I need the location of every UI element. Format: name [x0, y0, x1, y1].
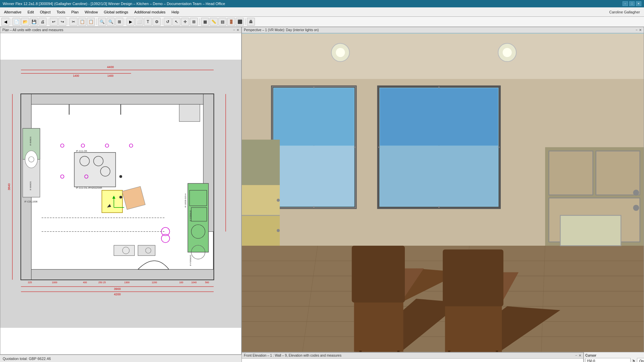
open-btn[interactable]: 📂 — [21, 18, 29, 26]
svg-point-43 — [119, 175, 122, 178]
rect-btn[interactable]: ⬜ — [135, 18, 143, 26]
menu-additional-modules[interactable]: Additional modules — [131, 9, 168, 15]
menu-tools[interactable]: Tools — [54, 9, 68, 15]
menu-edit[interactable]: Edit — [25, 9, 37, 15]
menu-window[interactable]: Window — [82, 9, 100, 15]
title-text: Winner Flex 12.2a1.8 [300094] (Gallagher… — [3, 2, 225, 6]
maximize-btn[interactable]: □ — [629, 1, 635, 6]
elevation-canvas[interactable]: 1540 2400 — [242, 359, 583, 362]
svg-rect-10 — [21, 269, 214, 280]
save-btn[interactable]: 💾 — [30, 18, 38, 26]
zoom-out-btn[interactable]: 🔍 — [107, 18, 115, 26]
rotate-btn[interactable]: ↺ — [164, 18, 172, 26]
svg-text:4400: 4400 — [107, 65, 114, 69]
svg-rect-90 — [380, 88, 498, 146]
svg-text:1400: 1400 — [107, 74, 114, 77]
svg-text:560: 560 — [205, 281, 209, 284]
titlebar: Winner Flex 12.2a1.8 [300094] (Gallagher… — [0, 0, 644, 7]
minimize-btn[interactable]: − — [623, 1, 628, 6]
crosshair-btn[interactable]: ✛ — [181, 18, 189, 26]
svg-text:100: 100 — [179, 281, 183, 284]
plan-close-icon[interactable]: ✕ — [236, 28, 239, 32]
menu-help[interactable]: Help — [169, 9, 182, 15]
svg-rect-91 — [380, 145, 498, 206]
plan-title-text: Plan – All units with codes and measures — [2, 28, 63, 32]
plan-minimize-icon[interactable]: − — [233, 28, 235, 32]
svg-text:225: 225 — [28, 281, 32, 284]
cursor-height-input[interactable] — [585, 358, 631, 362]
plan-panel: Plan – All units with codes and measures… — [0, 27, 241, 355]
svg-point-16 — [25, 151, 38, 168]
svg-text:3900: 3900 — [114, 287, 121, 291]
play-btn[interactable]: ▶ — [126, 18, 135, 26]
svg-rect-123 — [549, 151, 593, 195]
elevation-minimize-icon[interactable]: − — [575, 354, 577, 357]
perspective-canvas[interactable] — [242, 33, 644, 352]
sep5 — [125, 18, 125, 25]
menu-plan[interactable]: Plan — [68, 9, 81, 15]
svg-text:400: 400 — [83, 281, 87, 284]
zoom-fit-btn[interactable]: ⊞ — [115, 18, 123, 26]
back-btn[interactable]: ◀ — [1, 18, 9, 26]
svg-rect-86 — [274, 145, 354, 206]
undo-btn[interactable]: ↩ — [50, 18, 58, 26]
perspective-rendering — [242, 33, 644, 352]
perspective-panel: Perspective – 1 (VR Mode): Day (interior… — [241, 27, 644, 352]
menu-alternative[interactable]: Alternative — [1, 9, 24, 15]
sep7 — [199, 18, 200, 25]
plan-view: Plan – All units with codes and measures… — [0, 27, 241, 355]
wall-btn[interactable]: ▤ — [218, 18, 226, 26]
svg-point-107 — [277, 199, 280, 202]
window-btn2[interactable]: ⬛ — [236, 18, 244, 26]
svg-text:IF-111-OK: IF-111-OK — [76, 150, 88, 153]
svg-rect-48 — [138, 245, 155, 256]
text-btn[interactable]: T — [144, 18, 152, 26]
plan-canvas[interactable]: 4400 1400 1400 — [0, 33, 241, 354]
elevation-close-icon[interactable]: ✕ — [579, 354, 581, 357]
elevation-drawing: 1540 2400 — [242, 359, 583, 362]
grid-btn[interactable]: ▦ — [201, 18, 209, 26]
svg-rect-126 — [560, 215, 621, 245]
perspective-minimize-icon[interactable]: − — [636, 28, 638, 32]
sep4 — [96, 18, 97, 25]
right-panels: Perspective – 1 (VR Mode): Day (interior… — [241, 27, 644, 355]
copy-btn[interactable]: 📋 — [78, 18, 86, 26]
menu-global-settings[interactable]: Global settings — [101, 9, 131, 15]
svg-rect-25 — [102, 190, 123, 213]
menu-object[interactable]: Object — [37, 9, 53, 15]
elevation-title-text: Front Elevation – 1 : Wall – 9, Elevatio… — [244, 354, 341, 357]
svg-rect-111 — [354, 299, 404, 352]
menubar: Alternative Edit Object Tools Plan Windo… — [0, 7, 644, 17]
svg-point-108 — [277, 229, 280, 232]
cursor-section: Cursor 🖱 On plinths On floor On wall Hei… — [585, 354, 643, 362]
zoom-in-btn[interactable]: 🔍 — [98, 18, 106, 26]
svg-text:IF-CDL1006: IF-CDL1006 — [24, 200, 38, 203]
elevation-title-bar: Front Elevation – 1 : Wall – 9, Elevatio… — [242, 353, 583, 359]
snap-btn[interactable]: ⊞ — [190, 18, 198, 26]
print2-btn[interactable]: 🖶 — [247, 18, 255, 26]
sep8 — [245, 18, 246, 25]
cursor-placement-select[interactable]: On plinths On floor On wall — [637, 358, 644, 362]
settings-btn[interactable]: ⚙ — [153, 18, 161, 26]
svg-text:1000: 1000 — [52, 281, 57, 284]
cursor-btn[interactable]: ↖ — [172, 18, 180, 26]
svg-text:1200: 1200 — [152, 281, 157, 284]
door-btn[interactable]: 🚪 — [227, 18, 235, 26]
svg-rect-46 — [114, 245, 135, 256]
svg-rect-9 — [21, 94, 214, 105]
print-btn[interactable]: 🖨 — [39, 18, 47, 26]
new-btn[interactable]: 📄 — [12, 18, 20, 26]
perspective-close-icon[interactable]: ✕ — [639, 28, 642, 32]
main-area: Plan – All units with codes and measures… — [0, 27, 644, 355]
paste-btn[interactable]: 📋 — [87, 18, 95, 26]
svg-rect-75 — [242, 34, 644, 79]
perspective-title-text: Perspective – 1 (VR Mode): Day (interior… — [244, 28, 319, 32]
measure-btn[interactable]: 📏 — [210, 18, 218, 26]
svg-text:1400: 1400 — [73, 74, 79, 77]
close-btn[interactable]: ✕ — [636, 1, 641, 6]
cursor-label: Cursor — [585, 354, 643, 357]
plan-title-controls: − ✕ — [233, 28, 239, 32]
cut-btn[interactable]: ✂ — [69, 18, 77, 26]
svg-point-128 — [633, 205, 639, 211]
redo-btn[interactable]: ↪ — [58, 18, 66, 26]
